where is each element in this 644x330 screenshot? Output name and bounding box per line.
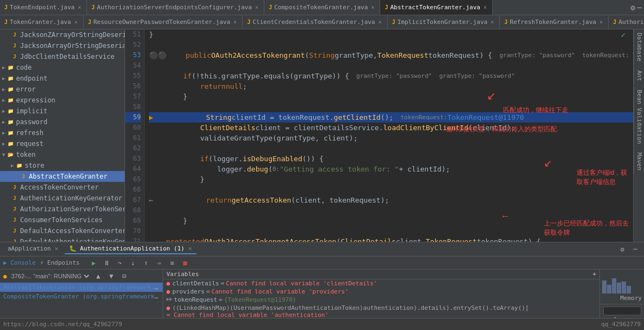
tab-close-1[interactable]: × [254,4,259,10]
tab-composite-token-granter[interactable]: J CompositeTokenGranter.java × [264,0,380,15]
tab-abstract-token-granter[interactable]: J AbstractTokenGranter.java × [380,0,493,15]
expand-arrow[interactable]: ▶▶ [166,296,172,302]
java-icon4: J [247,19,250,25]
debug-tab-aapplication[interactable]: aApplication × [3,244,63,254]
tree-item-auth-server-token[interactable]: J AuthorizationServerTokenService [0,204,125,215]
tab-close-s1[interactable]: × [232,19,238,25]
tree-item-default-auth-key[interactable]: J DefaultAuthenticationKeyGenera... [0,236,125,242]
second-tab-bar: J TokenGranter.java × J ResourceOwnerPas… [0,15,644,29]
tree-item-refresh[interactable]: ▶ 📁 refresh [0,127,125,138]
code-line-67: ← return getAccessToken (client, tokenRe… [149,195,633,205]
maven-label[interactable]: Maven [634,149,644,174]
folder-icon: 📁 [15,162,23,169]
add-variable-btn[interactable]: + [592,271,596,278]
debug-frames-list: AbstractTokenGranter (org.springframewor… [0,283,163,318]
tab-close-s0[interactable]: × [73,19,79,25]
database-label[interactable]: Database [634,29,644,65]
tab-auth-server-endpoints[interactable]: J AuthorizationServerEndpointsConfigurer… [87,0,264,15]
java-icon: J [269,4,272,10]
settings-icon[interactable]: ⚙ [630,3,635,12]
tree-item-access-token-converter[interactable]: J AccessTokenConverter [0,182,125,193]
tab-close-s4[interactable]: × [598,19,604,25]
tab-close-0[interactable]: × [77,4,82,10]
tree-item-jackson-array[interactable]: J JacksonArrayOrStringDeserializer [0,40,125,51]
tree-item-code[interactable]: ▶ 📁 code [0,62,125,73]
java-file-icon: J [11,194,18,202]
tree-item-jackson-z[interactable]: J JacksonZArrayOrStringDeserializer [0,29,125,40]
code-line-54 [149,60,633,71]
evaluate-btn[interactable]: ≡ [166,258,177,268]
java-icon2: J [4,19,8,25]
thread-selector[interactable]: 3762-... "main": RUNNING [9,272,91,280]
expand-arrow: ▶ [11,163,14,168]
status-url: https://blog.csdn.net/qq_42962779 [3,321,122,328]
stop-btn[interactable]: ■ [179,258,190,268]
thread-up[interactable]: ▲ [93,271,104,282]
tree-item-implicit[interactable]: ▶ 📁 implicit [0,106,125,117]
tab-token-endpoint[interactable]: J TokenEndpoint.java × [0,0,87,15]
tab-token-granter[interactable]: J TokenGranter.java × [0,15,84,29]
error-icon: ● [166,280,170,287]
folder-icon: 📁 [7,75,14,82]
java-file-icon: J [11,227,18,235]
debug-tab-auth-application[interactable]: 🐛 AuthenticationApplication (1) × [65,244,196,254]
tree-item-expression[interactable]: ▶ 📁 expression [0,95,125,106]
error-icon: ● [166,288,170,295]
tab-close-3[interactable]: × [482,4,488,10]
tree-item-auth-key-gen[interactable]: J AuthenticationKeyGenerator [0,193,125,204]
debug-actions: ▶ ⏸ ↷ ↓ ↑ ⇒ ≡ ■ [88,258,190,268]
session-close-0[interactable]: × [54,245,58,252]
tree-item-jdbc[interactable]: J JdbcClientDetailsService [0,51,125,62]
code-line-70 [149,226,633,236]
code-line-53: ⚫⚫ public OAuth2AccessToken grant ( Stri… [149,50,633,60]
debug-variables-panel: Variables + ● clientDetails = Cannot fin… [163,270,599,318]
step-into-btn[interactable]: ↓ [127,258,138,268]
tree-item-consumer-token[interactable]: J ConsumerTokenServices [0,215,125,225]
step-out-btn[interactable]: ↑ [140,258,151,268]
bean-validation-label[interactable]: Bean Validation [634,87,644,147]
tree-item-token[interactable]: ▼ 📂 token [0,149,125,160]
minimize-icon[interactable]: ─ [637,3,642,12]
tree-item-request[interactable]: ▶ 📁 request [0,138,125,149]
tab-refresh[interactable]: J RefreshTokenGranter.java × [500,15,609,29]
tab-implicit[interactable]: J ImplicitTokenGranter.java × [388,15,500,29]
tab-auth-code[interactable]: J AuthorizationCodeTokenGranter.java × [609,15,644,29]
resume-btn[interactable]: ▶ [88,258,99,268]
memory-chart [602,272,642,294]
session-close-1[interactable]: × [188,245,192,252]
main-area: J JacksonZArrayOrStringDeserializer J Ja… [0,29,644,242]
tab-client-credentials[interactable]: J ClientCredentialsTokenGranter.java × [243,15,387,29]
debug-frames-panel: ● 3762-... "main": RUNNING ▲ ▼ ⊟ Abstrac… [0,270,163,318]
frame-item-composite[interactable]: CompositeTokenGranter (org.springframewo… [0,292,163,301]
tree-item-error[interactable]: ▶ 📁 error [0,84,125,95]
thread-down[interactable]: ▼ [106,271,117,282]
thread-filter[interactable]: ⊟ [119,271,130,282]
close-btn[interactable]: ─ [630,244,641,255]
java-icon7: J [613,19,616,25]
memory-bar [602,280,606,294]
ant-label[interactable]: Ant [634,67,644,84]
code-lines: } ⚫⚫ public OAuth2AccessToken grant ( St… [145,29,633,242]
tab-close-s3[interactable]: × [490,19,495,25]
tab-close-2[interactable]: × [370,4,375,10]
tree-item-abstract-token-granter[interactable]: J AbstractTokenGranter [0,171,125,182]
tab-close-s2[interactable]: × [377,19,383,25]
endpoints-tab[interactable]: ⚡ Endpoints [40,259,80,266]
java-icon3: J [88,19,91,25]
java-file-icon: J [11,53,18,60]
tree-item-endpoint[interactable]: ▶ 📁 endpoint [0,73,125,84]
pause-btn[interactable]: ⏸ [101,258,112,268]
frame-item-abstract[interactable]: AbstractTokenGranter (org.springframewor… [0,283,163,292]
count-search-input[interactable] [603,307,641,315]
file-tree: J JacksonZArrayOrStringDeserializer J Ja… [0,29,125,242]
status-bar: https://blog.csdn.net/qq_42962779 qq_429… [0,318,644,330]
step-over-btn[interactable]: ↷ [114,258,125,268]
tree-item-password[interactable]: ▶ 📁 password [0,117,125,127]
tree-item-store[interactable]: ▶ 📁 store [0,160,125,171]
tree-item-default-access-token[interactable]: J DefaultAccessTokenConverter [0,225,125,236]
tab-resource-owner[interactable]: J ResourceOwnerPasswordTokenGranter.java… [84,15,243,29]
run-cursor-btn[interactable]: ⇒ [153,258,164,268]
settings-btn[interactable]: ⚙ [617,244,628,255]
count-section: Count [600,304,644,318]
console-tab[interactable]: ▶ Console [3,259,36,266]
